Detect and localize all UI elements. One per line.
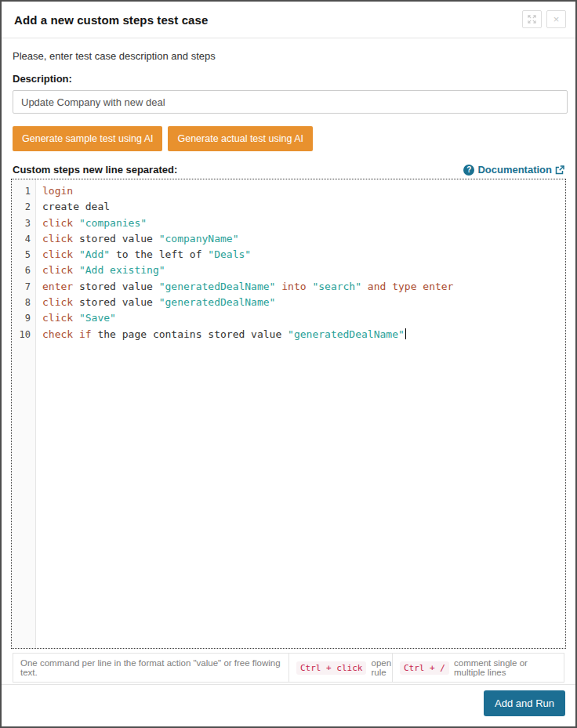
code-token: click (42, 217, 73, 229)
line-number: 2 (12, 199, 31, 215)
description-label: Description: (13, 73, 564, 85)
code-token: "search" (312, 281, 361, 292)
code-token: click (42, 312, 73, 324)
code-line: click stored value "companyName" (42, 231, 565, 247)
code-line: click "Save" (42, 310, 565, 326)
code-line: click stored value "generatedDealName" (42, 295, 565, 310)
line-number: 9 (12, 310, 31, 326)
code-token: stored value (79, 281, 153, 292)
code-token: into (281, 281, 306, 292)
code-token: "generatedDealName" (159, 281, 276, 292)
code-token: click (42, 248, 73, 260)
dialog-title: Add a new custom steps test case (14, 10, 208, 27)
code-line: enter stored value "generatedDealName" i… (42, 279, 565, 295)
editor-code: logincreate dealclick "companies"click s… (36, 179, 565, 648)
maximize-icon (528, 15, 536, 24)
code-token: "Add existing" (79, 264, 165, 276)
code-line: create deal (42, 199, 565, 215)
modal-dialog: Add a new custom steps test case × Pleas… (0, 0, 577, 728)
code-token: enter (42, 281, 73, 292)
generate-sample-test-button[interactable]: Generate sample test using AI (13, 126, 162, 151)
code-line: click "Add" to the left of "Deals" (42, 247, 565, 263)
hint-open-rule-text: open rule (371, 658, 391, 677)
code-line: login (42, 183, 565, 199)
line-number: 5 (12, 247, 31, 263)
description-input[interactable] (13, 90, 568, 114)
steps-editor[interactable]: 12345678910 logincreate dealclick "compa… (11, 179, 566, 649)
code-token: and type enter (368, 281, 454, 292)
generate-actual-test-button[interactable]: Generate actual test using AI (168, 126, 313, 151)
dialog-footer: Add and Run (2, 684, 575, 726)
line-number: 6 (12, 263, 31, 278)
line-number: 7 (12, 279, 31, 295)
code-token: "Deals" (208, 248, 251, 260)
hint-comment-text: comment single or multiple lines (454, 658, 557, 677)
code-token: create deal (42, 201, 110, 212)
add-and-run-button[interactable]: Add and Run (484, 690, 565, 716)
code-token: check if (42, 328, 92, 340)
code-token: login (42, 185, 73, 197)
close-button[interactable]: × (546, 10, 566, 28)
code-line: check if the page contains stored value … (42, 327, 565, 342)
ai-buttons-row: Generate sample test using AI Generate a… (13, 126, 564, 151)
code-token: click (42, 296, 73, 308)
kbd-ctrl-click: Ctrl + click (296, 661, 366, 675)
code-token: "Add" (79, 248, 110, 260)
line-number: 3 (12, 216, 31, 231)
intro-text: Please, enter test case description and … (13, 50, 564, 62)
code-token: the page contains stored value (97, 328, 281, 340)
line-number: 10 (12, 327, 31, 342)
documentation-link-label: Documentation (477, 164, 552, 176)
documentation-link[interactable]: ? Documentation (463, 164, 564, 176)
kbd-ctrl-slash: Ctrl + / (400, 661, 449, 675)
text-cursor (405, 328, 406, 339)
window-controls: × (522, 10, 566, 28)
maximize-button[interactable] (522, 10, 542, 28)
code-token: click (42, 233, 73, 244)
code-token: "companies" (79, 217, 147, 229)
hint-open-rule: Ctrl + click open rule (288, 654, 392, 682)
code-token: stored value (79, 233, 153, 244)
code-token: stored value (79, 296, 153, 308)
steps-label: Custom steps new line separated: (13, 164, 177, 176)
help-icon: ? (463, 165, 474, 176)
hint-format: One command per line in the format actio… (13, 654, 288, 682)
code-token: "generatedDealName" (159, 296, 276, 308)
code-line: click "companies" (42, 216, 565, 231)
hint-bar: One command per line in the format actio… (13, 653, 564, 683)
code-token: click (42, 264, 73, 276)
code-token: "generatedDealName" (288, 328, 405, 340)
line-number: 4 (12, 231, 31, 247)
line-number: 1 (12, 183, 31, 199)
steps-header-row: Custom steps new line separated: ? Docum… (13, 164, 564, 176)
code-token: "companyName" (159, 233, 239, 244)
code-token: "Save" (79, 312, 116, 324)
code-line: click "Add existing" (42, 263, 565, 278)
hint-comment: Ctrl + / comment single or multiple line… (392, 654, 564, 682)
line-number: 8 (12, 295, 31, 310)
dialog-header: Add a new custom steps test case × (2, 2, 575, 38)
external-link-icon (555, 165, 564, 175)
hint-format-text: One command per line in the format actio… (20, 658, 281, 677)
close-icon: × (553, 14, 560, 24)
code-token: to the left of (116, 248, 202, 260)
editor-gutter: 12345678910 (12, 179, 36, 648)
